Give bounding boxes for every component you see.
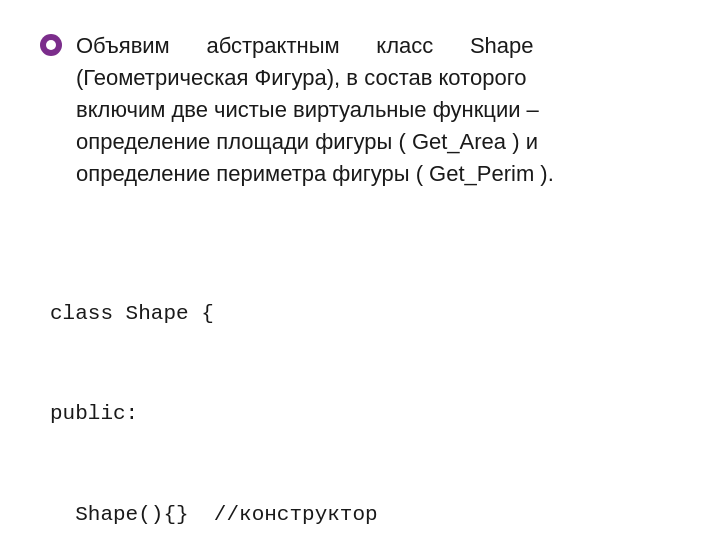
code-block: class Shape { public: Shape(){} //констр… [50,229,680,540]
bullet-text: Объявим абстрактным класс Shape (Геометр… [76,30,680,189]
code-line-2: public: [50,397,680,431]
bullet-inner [46,40,56,50]
code-section: class Shape { public: Shape(){} //констр… [40,229,680,540]
code-line-1: class Shape { [50,297,680,331]
slide-container: Объявим абстрактным класс Shape (Геометр… [0,0,720,540]
bullet-icon [40,34,62,56]
code-line-3: Shape(){} //конструктор [50,498,680,532]
bullet-section: Объявим абстрактным класс Shape (Геометр… [40,30,680,189]
